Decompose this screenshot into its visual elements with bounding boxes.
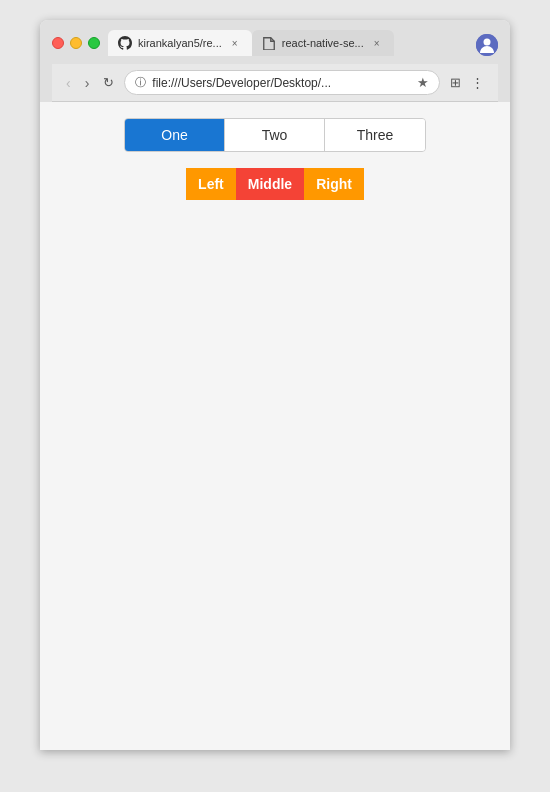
- browser-tab-2-label: react-native-se...: [282, 37, 364, 49]
- browser-tab-2[interactable]: react-native-se... ×: [252, 30, 394, 56]
- profile-icon[interactable]: [476, 34, 498, 56]
- address-text: file:///Users/Developer/Desktop/...: [152, 76, 411, 90]
- address-bar[interactable]: ⓘ file:///Users/Developer/Desktop/... ★: [124, 70, 440, 95]
- refresh-button[interactable]: ↻: [99, 73, 118, 92]
- browser-tab-1-close[interactable]: ×: [228, 36, 242, 50]
- app-tab-one[interactable]: One: [125, 119, 225, 151]
- app-tab-three[interactable]: Three: [325, 119, 425, 151]
- middle-button[interactable]: Middle: [236, 168, 304, 200]
- github-icon: [118, 36, 132, 50]
- forward-button[interactable]: ›: [81, 73, 94, 93]
- back-button[interactable]: ‹: [62, 73, 75, 93]
- bookmark-button[interactable]: ★: [417, 75, 429, 90]
- app-tabs: One Two Three: [124, 118, 426, 152]
- left-button[interactable]: Left: [186, 168, 236, 200]
- info-icon: ⓘ: [135, 75, 146, 90]
- menu-button[interactable]: ⋮: [467, 73, 488, 92]
- toolbar-icons: ⊞ ⋮: [446, 73, 488, 92]
- browser-window: kirankalyan5/re... × react-native-se... …: [40, 20, 510, 750]
- browser-tab-2-close[interactable]: ×: [370, 36, 384, 50]
- page-content: One Two Three Left Middle Right: [40, 102, 510, 747]
- title-bar: kirankalyan5/re... × react-native-se... …: [40, 20, 510, 102]
- maximize-button[interactable]: [88, 37, 100, 49]
- traffic-lights: [52, 37, 100, 49]
- svg-point-1: [484, 39, 491, 46]
- flex-row: Left Middle Right: [186, 168, 364, 200]
- browser-tab-1[interactable]: kirankalyan5/re... ×: [108, 30, 252, 56]
- right-button[interactable]: Right: [304, 168, 364, 200]
- app-tab-two[interactable]: Two: [225, 119, 325, 151]
- close-button[interactable]: [52, 37, 64, 49]
- page-icon: [262, 36, 276, 50]
- browser-tabs-row: kirankalyan5/re... × react-native-se... …: [108, 30, 498, 56]
- browser-tab-1-label: kirankalyan5/re...: [138, 37, 222, 49]
- extensions-button[interactable]: ⊞: [446, 73, 465, 92]
- minimize-button[interactable]: [70, 37, 82, 49]
- browser-toolbar: ‹ › ↻ ⓘ file:///Users/Developer/Desktop/…: [52, 64, 498, 102]
